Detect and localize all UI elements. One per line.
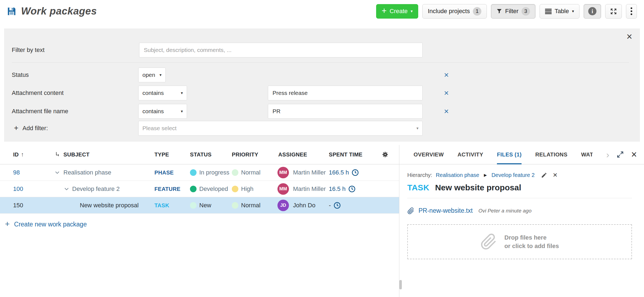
column-header-spent-time[interactable]: SPENT TIME [329, 152, 362, 158]
table-row[interactable]: 100 Develop feature 2 FEATURE Developed … [0, 181, 399, 197]
assignee-cell[interactable]: MM Martin Miller [277, 167, 326, 178]
tab-files[interactable]: FILES (1) [497, 145, 522, 164]
clock-icon[interactable] [348, 185, 356, 193]
add-filter-button[interactable]: + Add filter: [14, 125, 48, 132]
tab-activity[interactable]: ACTIVITY [458, 145, 483, 164]
tab-watchers[interactable]: WATCHERS ( [581, 145, 593, 164]
work-package-type[interactable]: TASK [407, 183, 429, 192]
work-package-title[interactable]: New website proposal [435, 183, 521, 192]
table-settings-gear-icon[interactable] [382, 151, 389, 158]
info-button[interactable]: i [584, 4, 601, 19]
status-cell[interactable]: In progress [190, 169, 229, 176]
create-button[interactable]: + Create ▾ [376, 4, 418, 19]
status-dot [190, 186, 197, 192]
work-package-id-link[interactable]: 100 [13, 185, 23, 193]
remove-hierarchy-icon[interactable]: × [553, 171, 557, 179]
status-cell[interactable]: Developed [190, 185, 228, 193]
more-menu-button[interactable] [626, 4, 637, 19]
filter-text-input[interactable] [139, 43, 423, 57]
column-header-subject[interactable]: SUBJECT [63, 152, 89, 158]
caret-down-icon: ▾ [411, 9, 413, 14]
view-mode-button[interactable]: Table ▾ [540, 4, 579, 19]
subject-cell[interactable]: New website proposal [80, 202, 139, 209]
spent-time-cell[interactable]: 166.5 h [329, 169, 359, 176]
remove-attachment-file-name-filter-icon[interactable]: × [441, 107, 452, 115]
priority-cell[interactable]: Normal [232, 202, 260, 209]
filter-funnel-icon [496, 8, 502, 14]
assignee-cell[interactable]: MM Martin Miller [277, 183, 326, 195]
file-dropzone[interactable]: Drop files here or click to add files [407, 224, 632, 259]
hierarchy-breadcrumb: Hierarchy: Realisation phase ▶ Develop f… [407, 171, 632, 179]
attachment-file-link[interactable]: PR-new-website.txt [418, 207, 473, 214]
close-detail-icon[interactable]: × [631, 150, 637, 159]
priority-cell[interactable]: High [232, 185, 253, 193]
clock-icon[interactable] [352, 169, 359, 176]
expand-detail-icon[interactable] [617, 151, 624, 158]
caret-down-icon: ▾ [181, 91, 183, 95]
assignee-name: John Do [293, 202, 315, 209]
table-scrollbar-thumb[interactable] [399, 280, 402, 289]
include-projects-button[interactable]: Include projects 1 [422, 4, 487, 19]
attachment-content-operator-select[interactable]: contains ▾ [138, 86, 187, 100]
collapse-chevron-icon[interactable] [63, 186, 70, 192]
fullscreen-button[interactable] [605, 4, 622, 19]
spent-time-link[interactable]: - [329, 202, 331, 209]
type-cell[interactable]: FEATURE [154, 186, 180, 192]
attachment-content-value-input[interactable] [268, 86, 423, 100]
table-row[interactable]: 98 Realisation phase PHASE In progress N… [0, 164, 399, 181]
remove-status-filter-icon[interactable]: × [441, 71, 452, 79]
work-package-id-link[interactable]: 98 [13, 169, 20, 176]
detail-pane-controls: › × [606, 150, 637, 159]
status-operator-select[interactable]: open ▾ [138, 68, 166, 82]
column-label: ID [13, 152, 19, 158]
filter-button-label: Filter [505, 8, 519, 15]
work-package-title-row: TASK New website proposal [407, 183, 632, 192]
remove-attachment-content-filter-icon[interactable]: × [441, 89, 452, 97]
type-cell[interactable]: PHASE [154, 169, 174, 176]
collapse-chevron-icon[interactable] [54, 169, 60, 176]
column-header-assignee[interactable]: ASSIGNEE [278, 152, 307, 158]
edit-hierarchy-pencil-icon[interactable] [541, 172, 547, 178]
spent-time-cell[interactable]: 16.5 h [329, 185, 356, 193]
column-header-type[interactable]: TYPE [154, 152, 169, 158]
clock-icon[interactable] [333, 202, 341, 209]
title-wrap: Work packages [7, 5, 97, 17]
assignee-cell[interactable]: JD John Do [277, 200, 315, 211]
create-new-work-package-link[interactable]: + Create new work package [5, 220, 87, 228]
table-row-selected[interactable]: 150 New website proposal TASK New Normal… [0, 197, 399, 214]
add-filter-placeholder: Please select [142, 125, 177, 132]
tab-relations[interactable]: RELATIONS [535, 145, 567, 164]
tabs-scroll-chevron-icon[interactable]: › [606, 150, 609, 159]
attachment-file-name-operator-select[interactable]: contains ▾ [138, 104, 187, 119]
work-package-id-link[interactable]: 150 [13, 202, 23, 209]
spent-time-link[interactable]: 16.5 h [329, 185, 346, 193]
priority-dot [232, 202, 238, 209]
dropzone-text: Drop files here or click to add files [504, 233, 559, 250]
priority-label: Normal [241, 169, 260, 176]
subject-cell[interactable]: Realisation phase [63, 169, 111, 176]
save-query-icon[interactable] [7, 7, 16, 16]
tab-overview[interactable]: OVERVIEW [414, 145, 444, 164]
detail-content: Hierarchy: Realisation phase ▶ Develop f… [399, 171, 644, 259]
filter-panel-close-icon[interactable]: × [627, 32, 632, 42]
hierarchy-child-link[interactable]: Develop feature 2 [491, 172, 535, 178]
add-filter-select[interactable]: Please select ▾ [138, 121, 423, 136]
priority-dot [232, 169, 238, 176]
plus-icon: + [5, 220, 10, 228]
hierarchy-mode-icon[interactable] [55, 151, 61, 158]
column-header-id[interactable]: ID ↑ [13, 151, 24, 158]
priority-cell[interactable]: Normal [232, 169, 260, 176]
plus-icon: + [14, 124, 18, 132]
spent-time-cell[interactable]: - [329, 202, 341, 209]
type-cell[interactable]: TASK [154, 202, 169, 208]
attachment-row[interactable]: PR-new-website.txt Ovi Peter a minute ag… [407, 207, 632, 214]
hierarchy-parent-link[interactable]: Realisation phase [436, 172, 479, 178]
spent-time-link[interactable]: 166.5 h [329, 169, 349, 176]
filter-button[interactable]: Filter 3 [491, 4, 535, 19]
status-cell[interactable]: New [190, 202, 211, 209]
subject-cell[interactable]: Develop feature 2 [72, 185, 120, 193]
attachment-file-name-value-input[interactable] [268, 104, 423, 119]
column-header-priority[interactable]: PRIORITY [232, 152, 258, 158]
priority-label: High [241, 185, 253, 193]
column-header-status[interactable]: STATUS [190, 152, 212, 158]
